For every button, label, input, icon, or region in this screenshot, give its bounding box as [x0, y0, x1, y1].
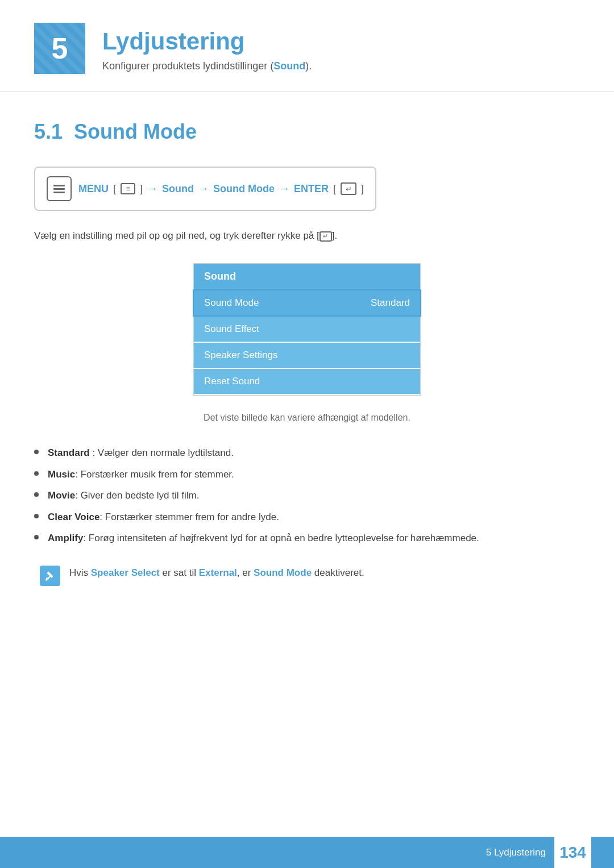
ui-row-value-0: Standard	[371, 297, 410, 309]
nav-enter-bracket-close: ]	[361, 183, 364, 195]
footer-page-number: 134	[554, 837, 591, 868]
nav-arrow-2: →	[198, 183, 209, 195]
chapter-title-area: Lydjustering Konfigurer produktets lydin…	[102, 23, 312, 72]
list-item-content: Standard : Vælger den normale lydtilstan…	[48, 446, 234, 460]
bullet-term-4: Amplify	[48, 533, 83, 543]
list-item: Standard : Vælger den normale lydtilstan…	[34, 446, 580, 460]
footer: 5 Lydjustering 134	[0, 837, 614, 868]
nav-bracket-close: ]	[140, 183, 143, 195]
image-note: Det viste billede kan variere afhængigt …	[34, 413, 580, 423]
main-content: 5.1 Sound Mode MENU [ ≡ ] → Sound → Soun…	[0, 92, 614, 632]
bullet-term-0: Standard	[48, 447, 90, 458]
footer-text: 5 Lydjustering	[486, 847, 546, 858]
ui-mockup-row-reset-sound: Reset Sound	[194, 369, 420, 394]
note-icon	[40, 566, 60, 586]
menu-bar-2	[53, 188, 65, 190]
ui-row-label-1: Sound Effect	[204, 323, 259, 335]
nav-bracket-open: [	[113, 183, 116, 195]
chapter-title: Lydjustering	[102, 28, 312, 55]
ui-mockup: Sound Sound Mode Standard Sound Effect S…	[193, 263, 421, 396]
ui-row-label-3: Reset Sound	[204, 376, 260, 387]
ui-mockup-header-text: Sound	[204, 271, 236, 282]
ui-mockup-row-sound-mode: Sound Mode Standard	[194, 290, 420, 315]
nav-path-text: MENU [ ≡ ] → Sound → Sound Mode → ENTER …	[78, 182, 364, 195]
nav-path-container: MENU [ ≡ ] → Sound → Sound Mode → ENTER …	[34, 167, 376, 211]
list-item-content: Music: Forstærker musik frem for stemmer…	[48, 467, 234, 482]
list-item-content: Movie: Giver den bedste lyd til film.	[48, 488, 199, 503]
note-term2: External	[199, 567, 237, 578]
list-item: Clear Voice: Forstærker stemmer frem for…	[34, 510, 580, 525]
nav-enter-label: ENTER	[294, 183, 329, 195]
menu-bar-3	[53, 192, 65, 193]
enter-icon-inline: ↵	[320, 231, 332, 242]
bullet-term-3: Clear Voice	[48, 512, 99, 522]
note-text: Hvis Speaker Select er sat til External,…	[69, 566, 364, 580]
list-item-content: Clear Voice: Forstærker stemmer frem for…	[48, 510, 279, 525]
chapter-subtitle: Konfigurer produktets lydindstillinger (…	[102, 60, 312, 72]
bullet-dot	[34, 492, 39, 497]
menu-icon	[47, 176, 72, 201]
nav-arrow-1: →	[147, 183, 157, 195]
bullet-dot	[34, 535, 39, 539]
list-item: Music: Forstærker musik frem for stemmer…	[34, 467, 580, 482]
bullet-term-2: Movie	[48, 490, 75, 501]
chapter-number-box: 5	[34, 23, 85, 74]
list-item: Amplify: Forøg intensiteten af højfrekve…	[34, 531, 580, 546]
section-title: Sound Mode	[74, 120, 197, 144]
nav-arrow-3: →	[279, 183, 289, 195]
note-term3: Sound Mode	[254, 567, 312, 578]
bullet-dot	[34, 450, 39, 454]
ui-mockup-row-speaker-settings: Speaker Settings	[194, 343, 420, 368]
ui-mockup-row-sound-effect: Sound Effect	[194, 317, 420, 342]
description-text: Vælg en indstilling med pil op og pil ne…	[34, 228, 580, 243]
list-item-content: Amplify: Forøg intensiteten af højfrekve…	[48, 531, 479, 546]
menu-bar-1	[53, 185, 65, 186]
enter-icon: ↵	[341, 182, 356, 195]
nav-sound: Sound	[162, 183, 194, 195]
ui-mockup-container: Sound Sound Mode Standard Sound Effect S…	[34, 263, 580, 396]
menu-icon-bars	[53, 185, 65, 193]
nav-sound-mode: Sound Mode	[213, 183, 275, 195]
bullet-dot	[34, 514, 39, 518]
ui-mockup-header: Sound	[194, 264, 420, 289]
note-term1: Speaker Select	[91, 567, 160, 578]
bullet-dot	[34, 471, 39, 476]
ui-row-label-2: Speaker Settings	[204, 350, 277, 361]
ui-row-label-0: Sound Mode	[204, 297, 259, 309]
section-number: 5.1	[34, 120, 63, 144]
bullet-term-1: Music	[48, 469, 75, 480]
note-box: Hvis Speaker Select er sat til External,…	[34, 566, 580, 586]
nav-menu-icon-small: ≡	[121, 183, 135, 194]
section-heading: 5.1 Sound Mode	[34, 120, 580, 144]
nav-menu-label: MENU	[78, 183, 109, 195]
bullet-list: Standard : Vælger den normale lydtilstan…	[34, 446, 580, 546]
nav-enter-bracket-open: [	[333, 183, 336, 195]
list-item: Movie: Giver den bedste lyd til film.	[34, 488, 580, 503]
chapter-number: 5	[52, 31, 68, 65]
page-header: 5 Lydjustering Konfigurer produktets lyd…	[0, 0, 614, 92]
note-pencil-icon	[44, 570, 56, 582]
